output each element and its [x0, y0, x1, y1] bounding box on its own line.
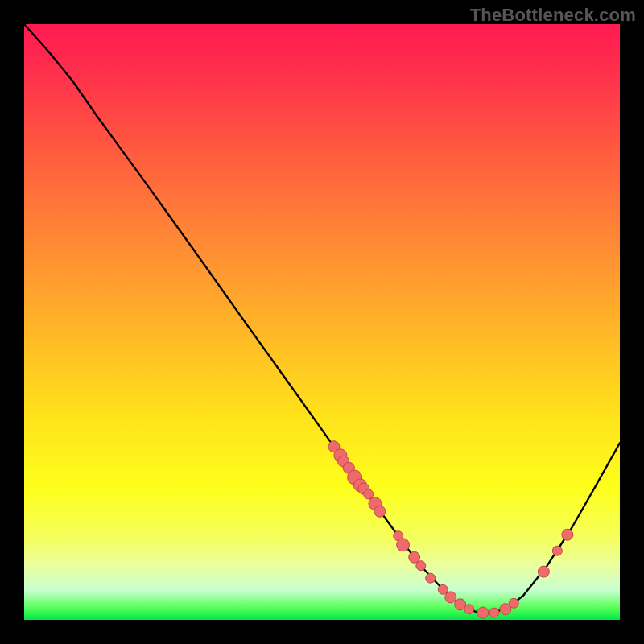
chart-stage: TheBottleneck.com	[0, 0, 644, 644]
watermark-text: TheBottleneck.com	[470, 5, 636, 26]
plot-background	[24, 24, 620, 620]
